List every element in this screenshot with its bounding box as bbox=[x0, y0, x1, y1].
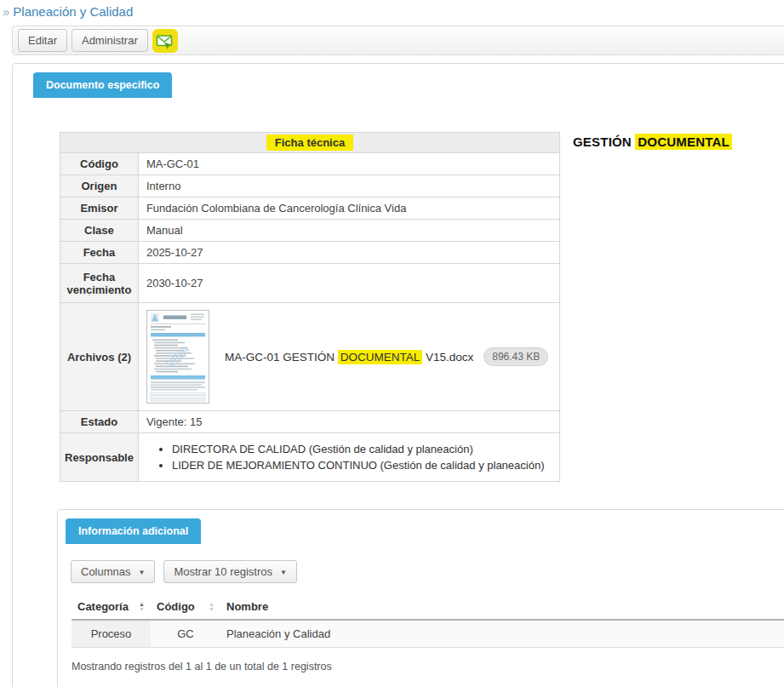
responsable-item: DIRECTORA DE CALIDAD (Gestión de calidad… bbox=[172, 443, 552, 455]
ficha-row-estado: Estado Vigente: 15 bbox=[60, 411, 560, 433]
sort-icons: ▲▼ bbox=[209, 602, 215, 612]
field-label: Fecha vencimiento bbox=[60, 264, 139, 303]
field-value: MA-GC-01 bbox=[138, 153, 559, 175]
columns-dropdown-button[interactable]: Columnas▼ bbox=[71, 560, 155, 583]
file-size-badge: 896.43 KB bbox=[484, 347, 548, 366]
column-header-label: Nombre bbox=[226, 600, 268, 613]
document-title: GESTIÓN DOCUMENTAL bbox=[573, 135, 732, 149]
ficha-tecnica-table: Ficha técnica Código MA-GC-01 Origen Int… bbox=[60, 132, 560, 482]
ficha-row-fecha: Fecha 2025-10-27 bbox=[60, 242, 560, 264]
sort-desc-icon: ▼ bbox=[209, 607, 215, 612]
field-label: Clase bbox=[60, 220, 139, 242]
table-header-row: Categoría ▲▼ Código ▲▼ Nombre bbox=[72, 594, 784, 620]
ficha-row-emisor: Emisor Fundación Colombiana de Cancerolo… bbox=[60, 198, 560, 220]
breadcrumb: »Planeación y Calidad bbox=[0, 0, 784, 19]
field-label: Código bbox=[60, 153, 139, 175]
tab-informacion-adicional[interactable]: Información adicional bbox=[66, 518, 201, 544]
field-label: Responsable bbox=[60, 433, 139, 482]
send-mail-button[interactable] bbox=[152, 29, 178, 53]
ficha-row-clase: Clase Manual bbox=[60, 220, 560, 242]
file-entry[interactable]: VIDA MA-GC-01 GESTIÓN DO bbox=[146, 307, 552, 406]
breadcrumb-link[interactable]: Planeación y Calidad bbox=[13, 4, 133, 19]
tab-documento-especifico[interactable]: Documento especifico bbox=[33, 72, 172, 98]
sort-desc-icon: ▼ bbox=[139, 607, 145, 612]
ficha-row-codigo: Código MA-GC-01 bbox=[60, 153, 560, 175]
responsable-item: LIDER DE MEJORAMIENTO CONTINUO (Gestión … bbox=[172, 459, 552, 472]
show-records-dropdown-label: Mostrar 10 registros bbox=[174, 565, 272, 578]
field-value: Fundación Colombiana de Cancerología Clí… bbox=[138, 198, 559, 220]
cell-categoria: Proceso bbox=[72, 620, 151, 648]
informacion-adicional-panel: Información adicional Columnas▼ Mostrar … bbox=[57, 509, 784, 687]
document-title-prefix: GESTIÓN bbox=[573, 135, 635, 149]
ficha-row-responsable: Responsable DIRECTORA DE CALIDAD (Gestió… bbox=[60, 433, 560, 482]
table-row[interactable]: Proceso GC Planeación y Calidad bbox=[72, 620, 784, 648]
sort-icons: ▲▼ bbox=[139, 602, 145, 612]
field-value: 2025-10-27 bbox=[138, 242, 559, 264]
file-name-highlight: DOCUMENTAL bbox=[338, 350, 423, 364]
cell-nombre: Planeación y Calidad bbox=[220, 620, 784, 648]
ficha-content-row: Ficha técnica Código MA-GC-01 Origen Int… bbox=[26, 132, 784, 482]
document-title-highlight: DOCUMENTAL bbox=[635, 134, 732, 150]
file-name-prefix: MA-GC-01 GESTIÓN bbox=[225, 351, 338, 364]
field-value: Interno bbox=[138, 175, 559, 198]
ficha-row-archivos: Archivos (2) bbox=[60, 303, 560, 411]
file-name[interactable]: MA-GC-01 GESTIÓN DOCUMENTAL V15.docx896.… bbox=[225, 347, 548, 366]
table-controls: Columnas▼ Mostrar 10 registros▼ bbox=[71, 560, 784, 583]
ficha-title: Ficha técnica bbox=[266, 135, 353, 151]
cell-codigo: GC bbox=[151, 620, 220, 648]
column-header-categoria[interactable]: Categoría ▲▼ bbox=[72, 594, 151, 620]
file-name-suffix: V15.docx bbox=[422, 351, 473, 364]
ficha-title-row: Ficha técnica bbox=[60, 133, 560, 153]
field-value: Vigente: 15 bbox=[138, 411, 559, 433]
responsable-list: DIRECTORA DE CALIDAD (Gestión de calidad… bbox=[157, 443, 552, 472]
breadcrumb-chevron-icon: » bbox=[3, 4, 9, 19]
column-header-codigo[interactable]: Código ▲▼ bbox=[151, 594, 220, 620]
docx-preview-thumbnail[interactable]: VIDA bbox=[146, 310, 209, 404]
column-header-label: Código bbox=[157, 600, 195, 613]
column-header-nombre[interactable]: Nombre bbox=[220, 594, 784, 620]
administer-button[interactable]: Administrar bbox=[72, 29, 148, 52]
send-mail-icon bbox=[152, 43, 178, 55]
columns-dropdown-label: Columnas bbox=[81, 565, 131, 578]
ficha-row-origen: Origen Interno bbox=[60, 175, 560, 198]
ficha-row-fecha-vencimiento: Fecha vencimiento 2030-10-27 bbox=[60, 264, 560, 303]
field-value: Manual bbox=[138, 220, 559, 242]
field-label: Estado bbox=[60, 411, 139, 433]
toolbar: Editar Administrar bbox=[12, 26, 784, 55]
column-header-label: Categoría bbox=[77, 600, 129, 613]
field-label: Origen bbox=[60, 175, 139, 198]
caret-down-icon: ▼ bbox=[280, 569, 287, 576]
additional-info-table: Categoría ▲▼ Código ▲▼ Nombre Proceso GC… bbox=[72, 594, 784, 648]
edit-button[interactable]: Editar bbox=[18, 29, 67, 52]
field-value: 2030-10-27 bbox=[138, 264, 559, 303]
records-summary: Mostrando registros del 1 al 1 de un tot… bbox=[72, 661, 784, 673]
field-label: Archivos (2) bbox=[60, 303, 139, 411]
caret-down-icon: ▼ bbox=[139, 569, 146, 576]
field-label: Fecha bbox=[60, 242, 139, 264]
documento-especifico-panel: Documento especifico Ficha técnica Códig… bbox=[12, 63, 784, 687]
show-records-dropdown-button[interactable]: Mostrar 10 registros▼ bbox=[163, 560, 297, 583]
field-label: Emisor bbox=[60, 198, 139, 220]
